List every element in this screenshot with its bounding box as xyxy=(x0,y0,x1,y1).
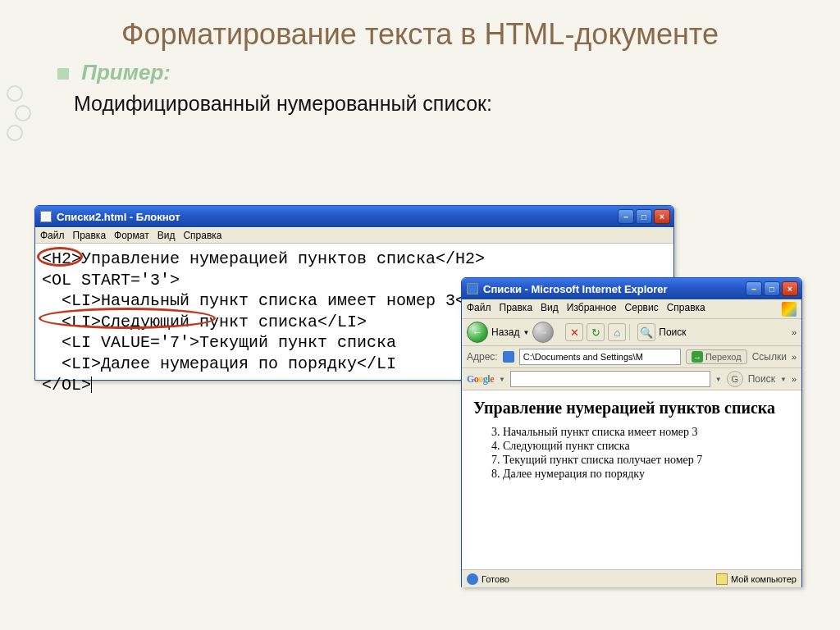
address-bar-row: Адрес: →Переход Ссылки » xyxy=(462,346,801,368)
page-heading: Управление нумерацией пунктов списка xyxy=(473,399,790,418)
nav-back-button[interactable]: ← xyxy=(467,322,488,343)
menu-file[interactable]: Файл xyxy=(40,230,65,241)
menu-edit[interactable]: Правка xyxy=(73,230,107,241)
nav-search-label[interactable]: Поиск xyxy=(659,326,686,338)
google-toolbar: Google ▼ ▼ G Поиск ▼ » xyxy=(462,368,801,390)
stop-icon[interactable]: ✕ xyxy=(565,323,583,341)
list-item: Начальный пункт списка имеет номер 3 xyxy=(503,426,790,439)
browser-titlebar[interactable]: Списки - Microsoft Internet Explorer – □… xyxy=(462,278,801,299)
ie-icon xyxy=(467,283,478,294)
slide-title: Форматирование текста в HTML-документе xyxy=(49,16,791,52)
menu-view[interactable]: Вид xyxy=(158,230,176,241)
toolbar-overflow[interactable]: » xyxy=(792,327,797,337)
browser-window: Списки - Microsoft Internet Explorer – □… xyxy=(461,277,802,587)
rendered-list: Начальный пункт списка имеет номер 3След… xyxy=(473,426,790,481)
my-computer-icon xyxy=(716,573,728,585)
google-logo-icon[interactable]: Google xyxy=(467,373,494,386)
slide-decoration xyxy=(7,82,39,144)
go-button[interactable]: →Переход xyxy=(686,349,747,364)
refresh-icon[interactable]: ↻ xyxy=(587,323,605,341)
browser-page-body: Управление нумерацией пунктов списка Нач… xyxy=(462,390,801,569)
browser-nav-toolbar: ← Назад ▼ → ✕ ↻ ⌂ 🔍 Поиск » xyxy=(462,319,801,346)
menu-file[interactable]: Файл xyxy=(467,302,491,317)
maximize-button[interactable]: □ xyxy=(636,209,652,224)
status-done-icon xyxy=(467,573,478,585)
links-label[interactable]: Ссылки xyxy=(752,351,787,363)
google-search-label[interactable]: Поиск xyxy=(748,373,775,385)
list-item: Следующий пункт списка xyxy=(503,440,790,453)
nav-back-label[interactable]: Назад xyxy=(491,326,519,338)
address-input[interactable] xyxy=(519,349,681,365)
addr-overflow[interactable]: » xyxy=(792,352,797,362)
windows-flag-icon xyxy=(782,302,797,317)
google-search-input[interactable] xyxy=(510,371,710,387)
maximize-button[interactable]: □ xyxy=(764,281,780,296)
browser-statusbar: Готово Мой компьютер xyxy=(462,569,801,587)
menu-help[interactable]: Справка xyxy=(667,302,705,317)
google-search-button[interactable]: G xyxy=(727,371,743,387)
search-icon[interactable]: 🔍 xyxy=(637,323,655,341)
home-icon[interactable]: ⌂ xyxy=(608,323,626,341)
list-item: Далее нумерация по порядку xyxy=(503,468,790,481)
menu-tools[interactable]: Сервис xyxy=(625,302,659,317)
bullet-icon xyxy=(57,68,69,80)
go-arrow-icon: → xyxy=(692,351,703,363)
menu-view[interactable]: Вид xyxy=(541,302,559,317)
notepad-titlebar[interactable]: Списки2.html - Блокнот – □ × xyxy=(35,206,673,227)
close-button[interactable]: × xyxy=(654,209,670,224)
notepad-title: Списки2.html - Блокнот xyxy=(57,211,618,223)
slide-subtitle: Модифицированный нумерованный список: xyxy=(74,92,840,116)
page-icon xyxy=(503,351,514,363)
minimize-button[interactable]: – xyxy=(746,281,762,296)
example-label: Пример: xyxy=(57,60,840,85)
close-button[interactable]: × xyxy=(782,281,798,296)
browser-menubar: Файл Правка Вид Избранное Сервис Справка xyxy=(462,299,801,319)
status-zone: Мой компьютер xyxy=(731,574,797,584)
browser-title: Списки - Microsoft Internet Explorer xyxy=(483,283,746,295)
list-item: Текущий пункт списка получает номер 7 xyxy=(503,454,790,467)
nav-forward-button: → xyxy=(532,322,554,343)
google-overflow[interactable]: » xyxy=(792,374,797,384)
address-label: Адрес: xyxy=(467,351,498,363)
menu-help[interactable]: Справка xyxy=(183,230,221,241)
menu-edit[interactable]: Правка xyxy=(500,302,533,317)
notepad-menubar: Файл Правка Формат Вид Справка xyxy=(35,227,673,244)
menu-favorites[interactable]: Избранное xyxy=(567,302,617,317)
menu-format[interactable]: Формат xyxy=(114,230,149,241)
notepad-icon xyxy=(40,211,52,222)
status-ready: Готово xyxy=(482,574,509,584)
minimize-button[interactable]: – xyxy=(618,209,634,224)
